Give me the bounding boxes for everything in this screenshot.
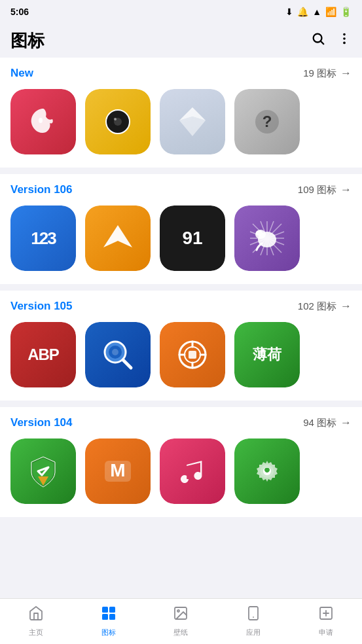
section-new-icons: ? [10,89,352,154]
shield-app-icon[interactable] [10,438,76,504]
section-v105-count: 102 图标 [298,300,336,313]
elephant-app-icon[interactable] [234,206,300,271]
abp-app-icon[interactable]: ABP [10,322,76,387]
nav-home-label: 主页 [29,628,43,637]
svg-marker-11 [179,116,206,136]
section-v106-header: Version 106 109 图标 → [10,183,352,196]
status-time: 5:06 [10,7,29,17]
section-new-title[interactable]: New [10,67,33,80]
section-v105-arrow: → [340,300,352,313]
section-new-meta[interactable]: 19 图标 → [303,67,352,80]
svg-point-28 [112,349,118,355]
section-v104-meta[interactable]: 94 图标 → [303,416,352,429]
svg-text:?: ? [262,113,272,130]
section-v104-header: Version 104 94 图标 → [10,416,352,429]
ma-app-icon[interactable]: M [85,438,151,504]
pencil-app-icon[interactable]: ? [234,89,300,154]
91-app-icon[interactable]: 91 [160,206,225,271]
home-icon [28,605,44,625]
section-v105-icons: ABP [10,322,352,387]
bird-app-icon[interactable] [10,89,76,154]
svg-point-46 [177,610,179,612]
section-v105-title[interactable]: Version 105 [10,300,73,313]
nav-apps-label: 应用 [246,628,261,637]
svg-marker-14 [103,225,132,247]
section-v104-count: 94 图标 [303,417,336,429]
status-bar: 5:06 ⬇ 🔔 ▲ 📶 🔋 [0,0,362,24]
section-v105-meta[interactable]: 102 图标 → [298,300,352,313]
section-v106: Version 106 109 图标 → 123 [0,174,362,284]
section-v104-icons: M [10,438,352,504]
nav-wallpaper[interactable]: 壁纸 [145,605,217,637]
top-bar-actions [311,31,352,50]
123-app-icon[interactable]: 123 [10,206,76,271]
section-v104: Version 104 94 图标 → [0,407,362,517]
music-app-icon[interactable] [160,438,225,504]
wallpaper-icon [173,605,189,625]
swift-app-icon[interactable] [85,206,151,271]
svg-point-5 [39,118,43,123]
more-button[interactable] [337,31,352,50]
section-new-arrow: → [340,67,352,80]
section-v105-header: Version 105 102 图标 → [10,300,352,313]
nav-icons[interactable]: 图标 [73,605,145,637]
section-new-header: New 19 图标 → [10,67,352,80]
main-content: New 19 图标 → [0,58,362,598]
nav-request[interactable]: 申请 [289,605,362,637]
svg-text:M: M [110,460,125,480]
section-new-count: 19 图标 [303,67,336,80]
section-v106-arrow: → [340,183,352,196]
svg-point-2 [343,33,346,36]
top-bar: 图标 [0,24,362,58]
svg-line-1 [321,41,323,44]
mint-app-icon[interactable]: 薄荷 [234,322,300,387]
section-v105: Version 105 102 图标 → ABP [0,291,362,401]
svg-line-29 [123,360,131,368]
section-v106-icons: 123 91 [10,206,352,271]
bottom-nav: 主页 图标 壁纸 应用 [0,598,362,644]
nav-home[interactable]: 主页 [0,605,73,637]
wifi-icon: ▲ [312,7,321,17]
request-icon [318,605,334,625]
apps-icon [245,605,261,625]
nav-wallpaper-label: 壁纸 [173,628,188,637]
status-icons: ⬇ 🔔 ▲ 📶 🔋 [285,7,352,17]
svg-rect-41 [102,607,108,613]
search-button[interactable] [311,31,325,50]
gear-bird-app-icon[interactable] [234,438,300,504]
svg-point-3 [343,37,346,40]
section-new: New 19 图标 → [0,58,362,168]
section-v106-count: 109 图标 [298,184,336,196]
section-v104-title[interactable]: Version 104 [10,416,73,429]
svg-point-4 [343,42,346,45]
icons-icon [101,605,117,625]
svg-rect-42 [109,607,115,613]
signal-icon: 📶 [325,7,336,17]
hufu-app-icon[interactable] [160,322,225,387]
svg-point-9 [114,118,117,120]
nav-request-label: 申请 [319,628,333,637]
svg-rect-47 [249,607,258,620]
battery-icon: 🔋 [340,7,352,17]
svg-rect-44 [109,614,115,620]
camera-app-icon[interactable] [85,89,151,154]
svg-rect-43 [102,614,108,620]
search-lens-app-icon[interactable] [85,322,151,387]
section-v106-meta[interactable]: 109 图标 → [298,183,352,196]
svg-point-25 [256,230,262,236]
nav-icons-label: 图标 [101,628,116,637]
check-app-icon[interactable] [160,89,225,154]
svg-rect-36 [189,351,196,359]
notification-icon: 🔔 [297,7,308,17]
section-v104-arrow: → [340,416,352,429]
page-title: 图标 [10,29,45,52]
nav-apps[interactable]: 应用 [217,605,290,637]
section-v106-title[interactable]: Version 106 [10,183,73,196]
download-icon: ⬇ [285,7,293,17]
